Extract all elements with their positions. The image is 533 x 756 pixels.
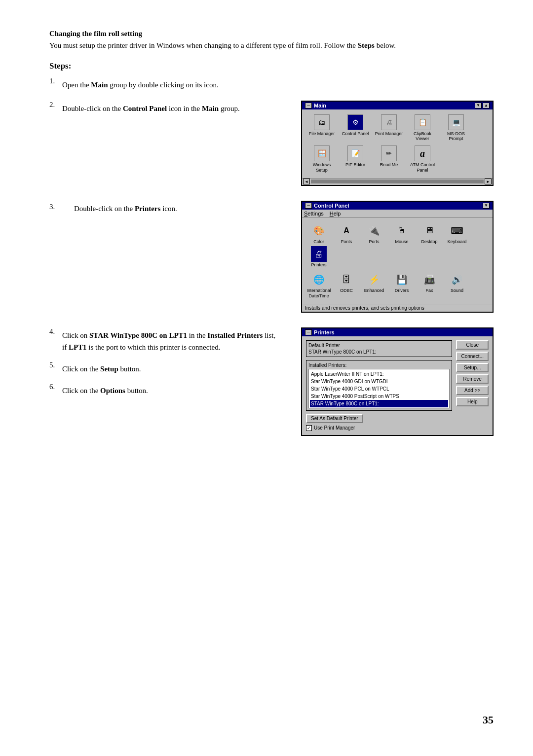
step-3-number: 3. (49, 201, 59, 211)
win-setup-icon[interactable]: 🪟 Windows Setup (307, 145, 337, 173)
cp-fonts-label: Fonts (341, 239, 352, 245)
settings-menu[interactable]: Settings (304, 211, 324, 216)
main-title: Main (314, 103, 326, 108)
main-window-image: ─ Main ▼ ▲ 🗂 File Manager (301, 101, 494, 186)
cp-ports-img: 🔌 (366, 223, 382, 239)
step-5-text: Click on the Setup button. (62, 361, 276, 375)
step-1-row: 1. Open the Main group by double clickin… (49, 77, 494, 91)
step-2-text: Double-click on the Control Panel icon i… (62, 101, 298, 114)
step-6-text: Click on the Options button. (62, 383, 276, 396)
cp-desktop-icon[interactable]: 🖥 Desktop (417, 223, 442, 245)
cp-drivers-icon[interactable]: 💾 Drivers (389, 272, 415, 299)
print-manager-icon[interactable]: 🖨 Print Manager (374, 114, 404, 142)
main-minimize[interactable]: ▼ (475, 103, 482, 108)
file-manager-icon[interactable]: 🗂 File Manager (307, 114, 337, 142)
printer-item-5-selected[interactable]: STAR WinType 800C on LPT1: (310, 400, 448, 407)
cp-keyboard-icon[interactable]: ⌨ Keyboard (444, 223, 470, 245)
main-content: 🗂 File Manager ⚙ Control Panel 🖨 Print M… (302, 109, 493, 178)
main-window: ─ Main ▼ ▲ 🗂 File Manager (301, 101, 494, 186)
installed-printers-list[interactable]: Apple LaserWriter II NT on LPT1: Star Wi… (308, 369, 450, 408)
cp-ports-label: Ports (369, 239, 379, 245)
changing-film-title: Changing the film roll setting (49, 30, 494, 38)
printers-content: Default Printer STAR WinType 800C on LPT… (302, 336, 493, 435)
setup-button[interactable]: Setup... (456, 363, 489, 372)
cp-odbc-icon[interactable]: 🗄 ODBC (334, 272, 359, 299)
cp-minimize[interactable]: ▼ (483, 203, 490, 209)
set-default-printer-button[interactable]: Set As Default Printer (306, 414, 363, 423)
cp-sound-icon[interactable]: 🔊 Sound (444, 272, 470, 299)
step-6: 6. Click on the Options button. (49, 383, 276, 396)
control-panel-window: ─ Control Panel ▼ Settings Help 🎨 (301, 201, 494, 313)
cp-odbc-img: 🗄 (339, 272, 354, 288)
printer-item-2[interactable]: Star WinType 4000 GDI on WTGDI (310, 378, 448, 385)
cp-ctrl-box[interactable]: ─ (305, 203, 312, 209)
cp-drivers-label: Drivers (395, 288, 409, 293)
ms-dos-icon[interactable]: 💻 MS-DOS Prompt (441, 114, 471, 142)
cp-color-icon[interactable]: 🎨 Color (306, 223, 332, 245)
step-1-text: Open the Main group by double clicking o… (62, 77, 494, 91)
clipbook-viewer-icon[interactable]: 📋 ClipBook Viewer (408, 114, 437, 142)
cp-fonts-icon[interactable]: A Fonts (334, 223, 359, 245)
close-button[interactable]: Close (456, 340, 489, 350)
printers-ctrl-box[interactable]: ─ (305, 329, 312, 335)
use-print-manager-checkbox[interactable]: ✓ (306, 425, 312, 431)
step-5-number: 5. (49, 361, 59, 375)
cp-fax-img: 📠 (421, 272, 437, 288)
printer-item-1[interactable]: Apple LaserWriter II NT on LPT1: (310, 370, 448, 378)
printers-window: ─ Printers Default Printer STAR WinTy (301, 327, 494, 436)
file-manager-img: 🗂 (314, 114, 330, 130)
remove-button[interactable]: Remove (456, 374, 489, 384)
cp-sound-label: Sound (451, 288, 463, 293)
pif-editor-icon[interactable]: 📝 PIF Editor (341, 145, 370, 173)
cp-content: 🎨 Color A Fonts 🔌 Ports 🖱 (302, 218, 493, 304)
cp-sound-img: 🔊 (449, 272, 465, 288)
cp-intl-label: International Date/Time (306, 288, 332, 299)
cp-ports-icon[interactable]: 🔌 Ports (361, 223, 387, 245)
scroll-left-btn[interactable]: ◄ (303, 179, 310, 184)
cp-fax-icon[interactable]: 📠 Fax (417, 272, 442, 299)
use-print-manager-label: Use Print Manager (314, 425, 355, 431)
cp-enhanced-icon[interactable]: ⚡ Enhanced (361, 272, 387, 299)
main-scrollbar[interactable]: ◄ ► (302, 178, 493, 185)
page-number: 35 (483, 714, 494, 726)
help-menu[interactable]: Help (330, 211, 341, 216)
cp-mouse-icon[interactable]: 🖱 Mouse (389, 223, 415, 245)
control-panel-icon[interactable]: ⚙ Control Panel (341, 114, 370, 142)
printers-titlebar: ─ Printers (302, 328, 493, 336)
cp-mouse-img: 🖱 (394, 223, 410, 239)
read-me-icon[interactable]: ✏ Read Me (374, 145, 404, 173)
main-ctrl-box[interactable]: ─ (305, 103, 312, 108)
steps-container: 1. Open the Main group by double clickin… (49, 77, 494, 446)
step-6-number: 6. (49, 383, 59, 396)
win-setup-img: 🪟 (314, 145, 330, 161)
step-1-number: 1. (49, 77, 59, 91)
print-manager-img: 🖨 (381, 114, 397, 130)
cp-icon-row-1: 🎨 Color A Fonts 🔌 Ports 🖱 (305, 221, 490, 270)
control-panel-img: ⚙ (347, 114, 363, 130)
cp-printers-icon[interactable]: 🖨 Printers (306, 246, 332, 268)
cp-desktop-img: 🖥 (421, 223, 437, 239)
cp-intl-icon[interactable]: 🌐 International Date/Time (306, 272, 332, 299)
printer-item-4[interactable]: Star WinType 4000 PostScript on WTPS (310, 393, 448, 400)
main-maximize[interactable]: ▲ (483, 103, 490, 108)
scroll-right-btn[interactable]: ► (485, 179, 492, 184)
step-4: 4. Click on STAR WinType 800C on LPT1 in… (49, 327, 276, 353)
cp-mouse-label: Mouse (395, 239, 408, 245)
atm-control-icon[interactable]: a ATM Control Panel (408, 145, 437, 173)
cp-printers-label: Printers (311, 262, 326, 268)
step-4-number: 4. (49, 327, 59, 353)
read-me-img: ✏ (381, 145, 397, 161)
main-titlebar: ─ Main ▼ ▲ (302, 102, 493, 109)
cp-icon-row-2: 🌐 International Date/Time 🗄 ODBC ⚡ Enhan… (305, 270, 490, 301)
add-button[interactable]: Add >> (456, 386, 489, 395)
scroll-track (311, 180, 484, 183)
printer-item-3[interactable]: Star WinType 4000 PCL on WTPCL (310, 385, 448, 393)
cp-titlebar: ─ Control Panel ▼ (302, 202, 493, 210)
connect-button[interactable]: Connect... (456, 352, 489, 361)
cp-fax-label: Fax (425, 288, 433, 293)
help-button[interactable]: Help (456, 397, 489, 406)
step-3-row: 3. Double-click on the Printers icon. ─ … (49, 201, 494, 313)
cp-color-label: Color (313, 239, 324, 245)
ms-dos-img: 💻 (448, 114, 464, 130)
cp-color-img: 🎨 (311, 223, 327, 239)
